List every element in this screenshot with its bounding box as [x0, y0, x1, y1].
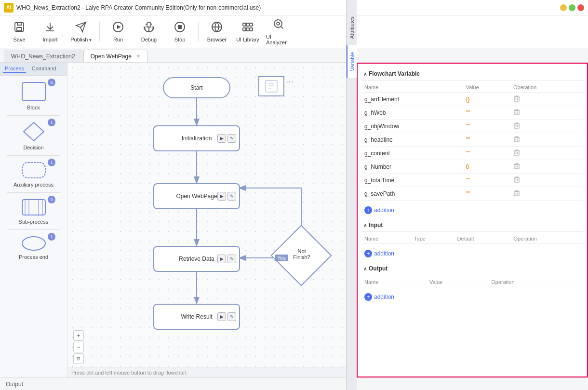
- debug-button[interactable]: Debug: [134, 18, 163, 46]
- flow-node-start[interactable]: Start: [163, 77, 230, 98]
- save-button[interactable]: Save: [5, 18, 34, 46]
- fv-cell-op-3[interactable]: [510, 133, 583, 147]
- write-actions: ▶ ✎: [217, 312, 236, 321]
- subprocess-badge: 0: [48, 196, 55, 203]
- stop-button[interactable]: Stop: [165, 18, 194, 46]
- fv-row-4[interactable]: g_content "": [361, 147, 583, 160]
- output-col-value: Value: [427, 277, 488, 287]
- publish-label: Publish: [70, 37, 92, 42]
- svg-marker-3: [117, 25, 121, 29]
- svg-rect-51: [514, 164, 519, 169]
- init-run-btn[interactable]: ▶: [217, 134, 226, 143]
- close-button[interactable]: [577, 4, 584, 11]
- write-edit-btn[interactable]: ✎: [227, 312, 236, 321]
- flow-node-init[interactable]: Initialization ▶ ✎: [153, 125, 240, 151]
- fv-cell-op-7[interactable]: [510, 187, 583, 201]
- open-edit-btn[interactable]: ✎: [227, 192, 236, 201]
- fv-cell-value-5: 0: [463, 160, 510, 174]
- fv-row-6[interactable]: g_totalTime "": [361, 174, 583, 187]
- fv-row-7[interactable]: g_savePath "": [361, 187, 583, 201]
- block-shape-icon: [20, 81, 47, 103]
- zoom-out-button[interactable]: −: [73, 342, 84, 352]
- init-actions: ▶ ✎: [217, 134, 236, 143]
- fv-cell-name-0: g_arrElement: [361, 93, 463, 106]
- flow-node-open-webpage[interactable]: Open WebPage ▶ ✎: [153, 183, 240, 209]
- canvas-area[interactable]: ⋯ Start Initialization ▶ ✎ Open WebPage …: [67, 63, 357, 377]
- sidebar-item-block[interactable]: 6 Block: [0, 76, 67, 115]
- fv-row-1[interactable]: g_hWeb "": [361, 106, 583, 120]
- variable-tab[interactable]: Variable: [347, 45, 357, 78]
- output-bar: Output: [0, 377, 588, 390]
- import-button[interactable]: Import: [36, 18, 65, 46]
- fv-cell-op-5[interactable]: [510, 160, 583, 174]
- tab-close-icon[interactable]: ✕: [136, 54, 140, 59]
- ui-library-button[interactable]: UI Library: [233, 18, 262, 46]
- flow-node-retrieve-data[interactable]: Retrieve Data ▶ ✎: [153, 246, 240, 272]
- run-label: Run: [113, 37, 123, 42]
- fit-button[interactable]: ⊡: [73, 353, 84, 364]
- fv-row-2[interactable]: g_objWindow "": [361, 120, 583, 133]
- svg-rect-15: [22, 82, 45, 101]
- flow-open-label: Open WebPage: [176, 193, 217, 200]
- fv-cell-op-4[interactable]: [510, 147, 583, 160]
- ui-analyzer-button[interactable]: UI Analyzer: [264, 18, 293, 46]
- minimize-button[interactable]: [560, 4, 567, 11]
- canvas-controls: + − ⊡: [73, 330, 84, 364]
- output-caret: ∧: [363, 266, 367, 271]
- fv-addition-label: addition: [374, 207, 394, 214]
- init-edit-btn[interactable]: ✎: [227, 134, 236, 143]
- sidebar-item-auxiliary[interactable]: 1 Auxiliary process: [0, 156, 67, 192]
- open-actions: ▶ ✎: [217, 192, 236, 201]
- fv-add-row[interactable]: + addition: [361, 204, 583, 216]
- ui-library-label: UI Library: [236, 37, 259, 42]
- tab-open-webpage[interactable]: Open WebPage ✕: [83, 50, 147, 62]
- flow-arrows-svg: [67, 63, 357, 377]
- svg-rect-10: [243, 28, 246, 31]
- maximize-button[interactable]: [569, 4, 575, 11]
- output-add-row[interactable]: + addition: [361, 291, 583, 303]
- fv-row-5[interactable]: g_Number 0: [361, 160, 583, 174]
- mini-box-dots: ⋯: [286, 77, 294, 86]
- fv-row-3[interactable]: g_headline "": [361, 133, 583, 147]
- command-tab[interactable]: Command: [30, 65, 58, 73]
- open-run-btn[interactable]: ▶: [217, 192, 226, 201]
- svg-rect-43: [514, 137, 519, 142]
- flow-node-write-result[interactable]: Write Result ▶ ✎: [153, 304, 240, 330]
- stop-icon: [174, 21, 186, 36]
- process-tab[interactable]: Process: [3, 65, 26, 73]
- fv-cell-name-6: g_totalTime: [361, 174, 463, 187]
- svg-rect-18: [22, 200, 45, 215]
- input-section-header[interactable]: ∧ Input: [361, 219, 583, 232]
- sidebar-item-decision[interactable]: 1 Decision: [0, 116, 67, 155]
- input-add-row[interactable]: + addition: [361, 248, 583, 259]
- fv-cell-op-1[interactable]: [510, 106, 583, 120]
- toolbar-separator-2: [198, 22, 199, 41]
- zoom-in-button[interactable]: +: [73, 330, 84, 341]
- publish-button[interactable]: Publish: [67, 18, 95, 46]
- tab-who-news[interactable]: WHO_News_Extraction2: [4, 50, 82, 62]
- svg-rect-27: [266, 81, 277, 92]
- attributes-tab[interactable]: Attributes: [347, 10, 357, 45]
- fv-cell-name-5: g_Number: [361, 160, 463, 174]
- sidebar-item-subprocess[interactable]: 0 Sub-process: [0, 193, 67, 229]
- import-label: Import: [42, 37, 57, 42]
- browser-button[interactable]: Browser: [202, 18, 231, 46]
- run-button[interactable]: Run: [104, 18, 133, 46]
- write-run-btn[interactable]: ▶: [217, 312, 226, 321]
- svg-point-13: [274, 20, 282, 27]
- retrieve-run-btn[interactable]: ▶: [217, 255, 226, 263]
- output-section-header[interactable]: ∧ Output: [361, 262, 583, 275]
- fv-row-0[interactable]: g_arrElement {}: [361, 93, 583, 106]
- svg-marker-16: [24, 122, 44, 141]
- main-area: Process Command 6 Block 1 Decision: [0, 63, 588, 377]
- flowchart-variable-header[interactable]: ∧ Flowchart Variable: [361, 67, 583, 81]
- fv-cell-op-0[interactable]: [510, 93, 583, 106]
- input-plus-icon: +: [364, 250, 372, 257]
- sidebar-item-process-end[interactable]: 1 Process end: [0, 230, 67, 265]
- tab-bar: WHO_News_Extraction2 Open WebPage ✕: [0, 48, 588, 63]
- save-label: Save: [13, 37, 25, 42]
- debug-label: Debug: [141, 37, 157, 42]
- retrieve-edit-btn[interactable]: ✎: [227, 255, 236, 263]
- fv-cell-op-6[interactable]: [510, 174, 583, 187]
- fv-cell-op-2[interactable]: [510, 120, 583, 133]
